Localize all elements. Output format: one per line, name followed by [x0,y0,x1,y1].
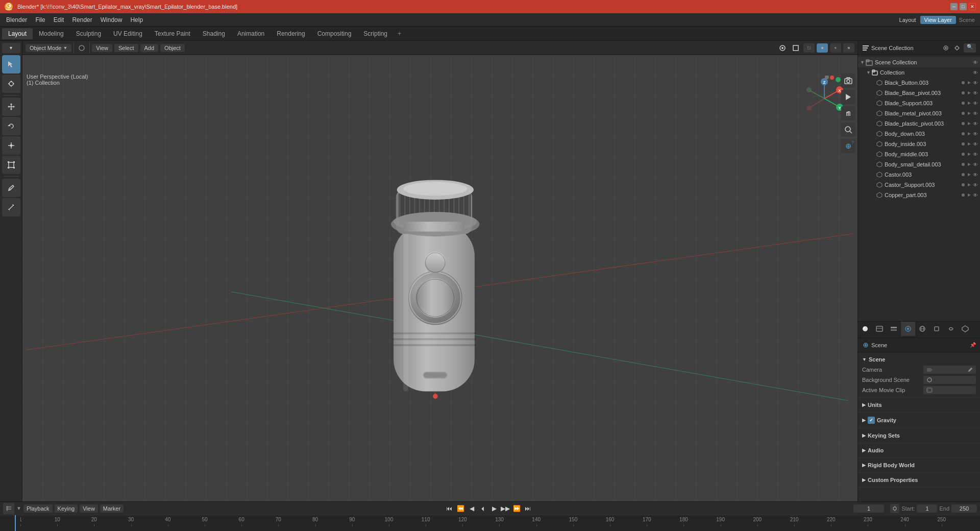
object-mode-selector[interactable]: Object Mode ▼ [26,44,71,52]
maximize-button[interactable]: □ [960,3,967,10]
mesh-render-icon[interactable] [967,172,972,177]
tool-measure[interactable] [2,198,20,216]
play-button[interactable]: ▶ [489,504,499,513]
outliner-item[interactable]: Black_Button.003 👁 [858,78,980,88]
scene-section-header[interactable]: ▼ Scene [862,354,976,365]
outliner-item[interactable]: Blade_Base_pivot.003 👁 [858,88,980,98]
timeline-expand-button[interactable]: ▼ [16,505,21,511]
tab-animation[interactable]: Animation [231,28,271,39]
current-frame-input[interactable]: 1 [853,504,884,513]
outliner-item[interactable]: Castor.003 👁 [858,170,980,180]
tab-scripting[interactable]: Scripting [357,28,394,39]
select-menu[interactable]: Select [114,44,138,52]
jump-to-end-button[interactable]: ⏭ [523,504,532,513]
props-tab-viewlayer[interactable] [887,322,901,336]
props-tab-render[interactable] [858,322,872,336]
tab-uv-editing[interactable]: UV Editing [107,28,149,39]
mesh-shader-icon[interactable] [961,111,966,116]
viewport-3d[interactable]: Object Mode ▼ View Select Add Object [22,41,857,501]
mesh-vis-icon[interactable]: 👁 [973,111,978,116]
tab-modeling[interactable]: Modeling [33,28,70,39]
mesh-vis-icon[interactable]: 👁 [973,101,978,106]
tool-transform[interactable] [2,156,20,174]
mesh-shader-icon[interactable] [961,152,966,157]
viewport-number-button[interactable]: ⊕ ? [841,139,855,153]
shading-solid[interactable] [817,43,828,53]
mesh-render-icon[interactable] [967,90,972,95]
tab-layout[interactable]: Layout [2,28,33,39]
tab-rendering[interactable]: Rendering [271,28,311,39]
mesh-shader-icon[interactable] [961,141,966,147]
frame-start-input[interactable]: 1 [917,504,937,513]
viewport-shading-wire[interactable] [76,42,87,54]
outliner-item[interactable]: Blade_Support.003 👁 [858,98,980,108]
add-menu[interactable]: Add [140,44,159,52]
units-section-header[interactable]: ▶ Units [862,400,976,410]
view-camera-button[interactable] [841,74,855,88]
menu-edit[interactable]: Edit [50,15,68,25]
shading-material[interactable] [830,43,841,53]
gravity-checkbox[interactable]: ✓ [868,417,875,424]
outliner-item[interactable]: Blade_metal_pivot.003 👁 [858,108,980,118]
mesh-vis-icon[interactable]: 👁 [973,80,978,86]
mesh-vis-icon[interactable]: 👁 [973,152,978,157]
mesh-render-icon[interactable] [967,121,972,126]
mesh-vis-icon[interactable]: 👁 [973,131,978,137]
viewport-overlay-icon[interactable] [777,42,788,54]
mesh-vis-icon[interactable]: 👁 [973,182,978,188]
mesh-vis-icon[interactable]: 👁 [973,90,978,96]
collection-vis[interactable]: 👁 [973,70,978,76]
shading-wireframe[interactable] [803,43,815,53]
mesh-shader-icon[interactable] [961,182,966,187]
timeline-editor-icon[interactable] [3,503,14,514]
rigid-body-world-header[interactable]: ▶ Rigid Body World [862,460,976,470]
keying-sets-header[interactable]: ▶ Keying Sets [862,430,976,441]
audio-section-header[interactable]: ▶ Audio [862,445,976,455]
tool-annotate[interactable] [2,179,20,197]
grab-tool-button[interactable] [841,106,855,120]
mode-selector[interactable]: ▼ [2,43,20,53]
outliner-item[interactable]: Castor_Support.003 👁 [858,180,980,190]
mesh-render-icon[interactable] [967,162,972,167]
search-button[interactable] [841,123,855,137]
tool-move[interactable] [2,98,20,116]
mesh-shader-icon[interactable] [961,131,966,136]
mesh-render-icon[interactable] [967,131,972,136]
scene-collection-expand[interactable]: ▼ [860,60,865,65]
mesh-shader-icon[interactable] [961,162,966,167]
close-button[interactable]: ✕ [969,3,976,10]
render-preview-button[interactable] [841,90,855,104]
mesh-shader-icon[interactable] [961,90,966,95]
prev-keyframe-button[interactable]: ⏪ [456,504,465,513]
mesh-shader-icon[interactable] [961,121,966,126]
props-tab-object[interactable] [929,322,944,336]
gravity-section-header[interactable]: ▶ ✓ Gravity [862,415,976,426]
outliner-search-button[interactable]: 🔍 [964,43,976,53]
props-tab-data[interactable] [958,322,972,336]
tab-sculpting[interactable]: Sculpting [70,28,107,39]
props-tab-output[interactable] [872,322,887,336]
playback-menu-button[interactable]: Playback [23,504,53,513]
props-tab-constraints[interactable] [944,322,958,336]
object-menu[interactable]: Object [160,44,185,52]
mesh-shader-icon[interactable] [961,192,966,198]
outliner-filter-button[interactable] [941,43,950,53]
tab-texture-paint[interactable]: Texture Paint [149,28,197,39]
scene-selector[interactable]: Scene [956,16,978,24]
timeline-ruler[interactable]: 1102030405060708090100110120130140150160… [0,515,980,531]
mesh-shader-icon[interactable] [961,172,966,177]
mesh-shader-icon[interactable] [961,101,966,106]
tool-rotate[interactable] [2,117,20,135]
camera-value[interactable] [923,366,976,374]
background-scene-value[interactable] [923,376,976,384]
outliner-item[interactable]: Copper_part.003 👁 [858,190,980,200]
menu-blender[interactable]: Blender [2,15,31,25]
outliner-item[interactable]: Body_middle.003 👁 [858,149,980,159]
tab-shading[interactable]: Shading [197,28,231,39]
menu-file[interactable]: File [31,15,49,25]
mesh-render-icon[interactable] [967,182,972,187]
camera-edit-icon[interactable] [968,367,973,372]
next-frame-button[interactable]: ▶▶ [501,504,510,513]
scene-collection-vis[interactable]: 👁 [973,60,978,65]
window-controls[interactable]: ─ □ ✕ [950,3,976,10]
